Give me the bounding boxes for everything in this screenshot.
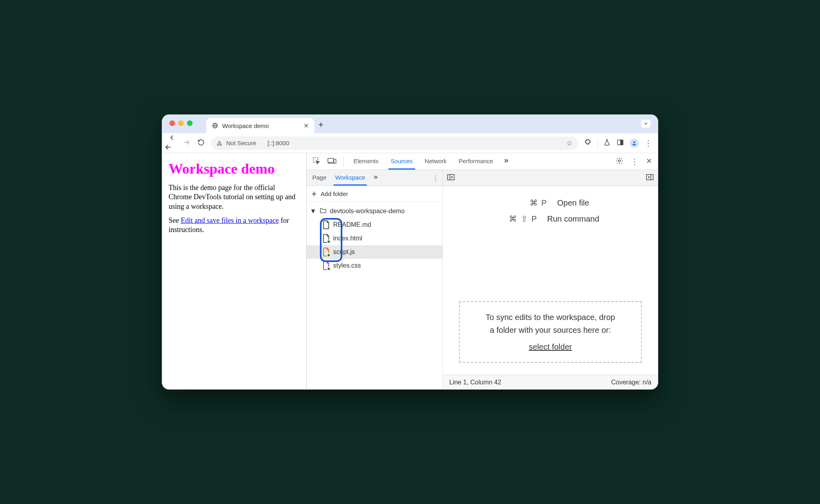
- profile-avatar[interactable]: [630, 139, 639, 148]
- url-text: [::]:8000: [267, 140, 289, 146]
- navigator-panel: Page Workspace ⋮ + Add folder ▼: [307, 170, 443, 389]
- svg-point-7: [219, 144, 220, 144]
- file-icon: [323, 220, 330, 229]
- browser-toolbar: Not Secure [::]:8000 ☆ ⋮: [162, 133, 658, 153]
- editor-panel: ⌘ P Open file ⌘ ⇧ P Run command To sync …: [443, 170, 658, 389]
- address-bar[interactable]: Not Secure [::]:8000 ☆: [211, 136, 578, 150]
- new-tab-button[interactable]: +: [318, 120, 324, 130]
- back-button[interactable]: [168, 134, 177, 153]
- shortcut-key: ⌘ P: [511, 198, 547, 208]
- maximize-window-button[interactable]: [187, 120, 193, 126]
- tree-file[interactable]: styles.css: [307, 259, 442, 272]
- tab-performance[interactable]: Performance: [456, 153, 496, 170]
- tab-title: Workspace demo: [222, 122, 269, 129]
- svg-point-15: [619, 160, 621, 162]
- cursor-position: Line 1, Column 42: [449, 379, 501, 386]
- page-viewport: Workspace demo This is the demo page for…: [162, 153, 306, 389]
- svg-rect-14: [334, 159, 336, 163]
- device-toggle-icon[interactable]: [328, 157, 336, 166]
- panel-icon[interactable]: [616, 139, 624, 148]
- select-folder-link[interactable]: select folder: [529, 342, 572, 351]
- devtools-menu-icon[interactable]: ⋮: [631, 157, 639, 166]
- editor-toolbar: [443, 170, 658, 186]
- html-file-icon: [323, 234, 330, 243]
- sources-body: Page Workspace ⋮ + Add folder ▼: [307, 170, 658, 389]
- window-controls: [169, 120, 193, 126]
- content-area: Workspace demo This is the demo page for…: [162, 153, 658, 389]
- minimize-window-button[interactable]: [178, 120, 184, 126]
- page-intro: This is the demo page for the official C…: [169, 183, 300, 211]
- hint-open-file: ⌘ P Open file: [511, 198, 589, 208]
- bookmark-icon[interactable]: ☆: [566, 139, 573, 148]
- kebab-menu-icon[interactable]: ⋮: [644, 138, 652, 148]
- close-tab-icon[interactable]: ✕: [303, 122, 309, 130]
- editor-statusbar: Line 1, Column 42 Coverage: n/a: [443, 375, 658, 389]
- labs-icon[interactable]: [603, 138, 611, 148]
- workspace-guide-link[interactable]: Edit and save files in a workspace: [181, 216, 279, 224]
- navigator-tabs: Page Workspace ⋮: [307, 170, 442, 186]
- tree-file[interactable]: script.js: [307, 245, 442, 259]
- tree-folder-root[interactable]: ▼ devtools-workspace-demo: [307, 204, 442, 218]
- tab-sources[interactable]: Sources: [388, 153, 415, 170]
- more-subtabs-icon[interactable]: [372, 174, 379, 182]
- tab-strip: Workspace demo ✕ +: [162, 115, 658, 133]
- plus-icon: +: [312, 189, 317, 199]
- subtab-page[interactable]: Page: [311, 170, 328, 186]
- page-see: See Edit and save files in a workspace f…: [169, 216, 300, 235]
- chrome-window: Workspace demo ✕ + Not Secure [::]:8000 …: [162, 114, 658, 390]
- js-file-icon: [323, 248, 330, 256]
- folder-icon: [320, 207, 327, 215]
- editor-hints: ⌘ P Open file ⌘ ⇧ P Run command: [443, 186, 658, 301]
- subtab-workspace[interactable]: Workspace: [334, 170, 367, 186]
- file-tree: ▼ devtools-workspace-demo README.md: [307, 202, 442, 389]
- svg-rect-9: [621, 140, 623, 145]
- extensions-icon[interactable]: [584, 138, 592, 148]
- navigator-menu-icon[interactable]: ⋮: [432, 174, 438, 182]
- add-folder-button[interactable]: + Add folder: [307, 186, 442, 202]
- caret-down-icon: ▼: [310, 208, 316, 215]
- svg-rect-12: [328, 158, 334, 162]
- browser-tab[interactable]: Workspace demo ✕: [206, 118, 314, 133]
- tab-elements[interactable]: Elements: [351, 153, 381, 170]
- hint-run-command: ⌘ ⇧ P Run command: [501, 214, 599, 224]
- not-secure-icon: [217, 140, 222, 146]
- css-file-icon: [323, 261, 330, 270]
- show-debugger-icon[interactable]: [646, 174, 654, 182]
- more-tabs-icon[interactable]: [502, 157, 510, 166]
- tab-network[interactable]: Network: [422, 153, 449, 170]
- page-heading: Workspace demo: [169, 160, 300, 178]
- settings-gear-icon[interactable]: [615, 157, 623, 166]
- svg-point-10: [633, 141, 635, 143]
- forward-button[interactable]: [182, 138, 191, 148]
- toolbar-right: ⋮: [584, 138, 652, 148]
- devtools-panel: Elements Sources Network Performance ⋮: [306, 153, 658, 389]
- shortcut-key: ⌘ ⇧ P: [501, 214, 537, 224]
- security-label: Not Secure: [226, 140, 256, 146]
- devtools-tabs: Elements Sources Network Performance ⋮: [307, 153, 658, 170]
- show-navigator-icon[interactable]: [447, 174, 455, 182]
- reload-button[interactable]: [197, 139, 205, 148]
- inspect-icon[interactable]: [312, 157, 320, 166]
- tab-list-button[interactable]: [641, 120, 651, 128]
- tree-file[interactable]: index.html: [307, 232, 442, 245]
- close-window-button[interactable]: [169, 120, 175, 126]
- separator: [597, 139, 598, 148]
- close-devtools-icon[interactable]: [646, 158, 652, 165]
- separator: [344, 157, 344, 166]
- workspace-dropzone[interactable]: To sync edits to the workspace, drop a f…: [459, 301, 642, 363]
- tree-file[interactable]: README.md: [307, 218, 442, 232]
- coverage-status: Coverage: n/a: [611, 379, 651, 386]
- globe-icon: [212, 122, 218, 129]
